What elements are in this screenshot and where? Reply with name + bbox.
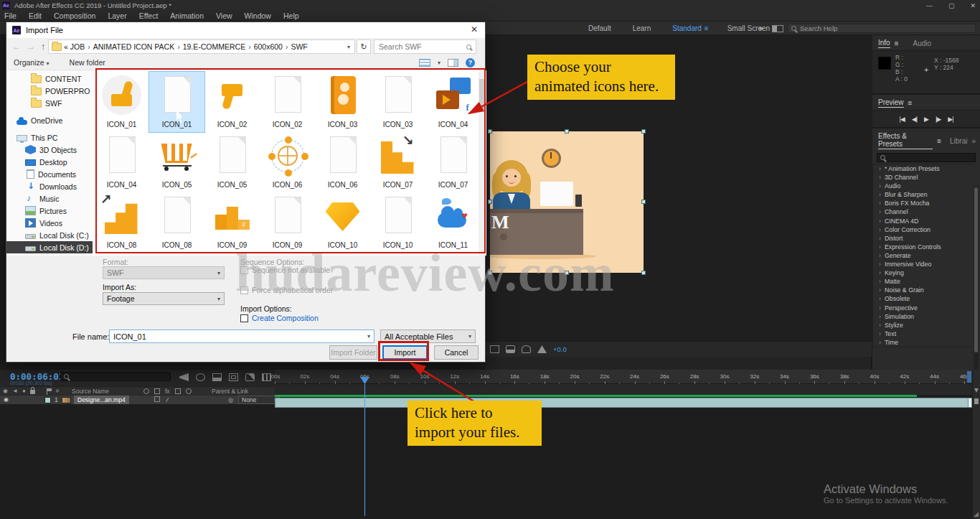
menu-item[interactable]: Composition xyxy=(54,11,95,20)
effects-category[interactable]: Blur & Sharpen xyxy=(873,190,973,199)
tab-info[interactable]: Info xyxy=(878,39,890,48)
layer-color-chip[interactable] xyxy=(44,397,51,403)
layer-duration-bar[interactable] xyxy=(275,398,972,408)
back-icon[interactable]: ← xyxy=(12,42,21,52)
region-of-interest-icon[interactable] xyxy=(490,345,499,353)
eye-icon[interactable]: ◉ xyxy=(3,388,8,395)
panel-menu-icon[interactable]: ≡ xyxy=(895,39,899,47)
tree-item[interactable]: 3D Objects xyxy=(6,144,93,156)
tree-item[interactable]: Music xyxy=(6,192,93,205)
menu-item[interactable]: Effect xyxy=(139,11,159,20)
frame-blending-icon[interactable] xyxy=(229,373,238,381)
breadcrumb[interactable]: « JOBANIMATED ICON PACK19.E-COMMERCE600x… xyxy=(48,39,355,54)
layer-switch-icon[interactable] xyxy=(154,396,160,402)
quality-icon[interactable] xyxy=(175,388,181,394)
dialog-close-icon[interactable]: ✕ xyxy=(471,24,478,34)
menu-item[interactable]: Animation xyxy=(170,11,204,20)
breadcrumb-item[interactable]: 600x600 xyxy=(254,42,291,51)
layer-name[interactable]: Designe...an.mp4 xyxy=(74,396,129,404)
breadcrumb-item[interactable]: SWF xyxy=(291,42,307,51)
panel-layout-icon[interactable] xyxy=(772,25,783,32)
import-as-select[interactable]: Footage▾ xyxy=(103,292,225,305)
workspace-tab[interactable]: Small Screen xyxy=(727,24,773,32)
audio-icon[interactable]: ◄ xyxy=(12,388,18,395)
preview-pane-icon[interactable] xyxy=(448,59,458,67)
motion-blur-icon[interactable] xyxy=(245,373,255,381)
pick-whip-icon[interactable]: ◎ xyxy=(228,396,233,403)
effects-category[interactable]: Matte xyxy=(873,277,973,286)
effects-category[interactable]: Simulation xyxy=(873,312,973,321)
effects-category[interactable]: Color Correction xyxy=(873,225,973,234)
forward-icon[interactable]: → xyxy=(27,42,35,52)
effects-category[interactable]: Immersive Video xyxy=(873,260,973,268)
effects-category[interactable]: Time xyxy=(873,338,973,347)
dialog-search-input[interactable]: Search SWF xyxy=(374,39,476,54)
source-name-column[interactable]: Source Name xyxy=(72,388,109,395)
resize-grip-icon[interactable]: ◢ xyxy=(974,510,979,518)
more-workspaces-icon[interactable]: » xyxy=(759,24,763,32)
effects-scrollbar[interactable] xyxy=(974,186,979,371)
breadcrumb-item[interactable]: 19.E-COMMERCE xyxy=(183,42,254,51)
tree-item[interactable]: Videos xyxy=(6,217,93,229)
create-composition-checkbox[interactable]: Create Composition xyxy=(240,314,319,322)
effects-category[interactable]: Noise & Grain xyxy=(873,286,973,294)
effects-category[interactable]: 3D Channel xyxy=(873,173,973,182)
effects-category[interactable]: Keying xyxy=(873,268,973,277)
next-frame-button[interactable]: |▶ xyxy=(936,116,941,123)
menu-item[interactable]: Edit xyxy=(29,11,42,20)
effects-category[interactable]: Obsolete xyxy=(873,294,973,303)
selection-handle[interactable] xyxy=(488,200,492,204)
tree-item[interactable]: Desktop xyxy=(6,156,93,168)
breadcrumb-item[interactable]: ANIMATED ICON PACK xyxy=(93,42,183,51)
menu-item[interactable]: Help xyxy=(283,11,299,20)
solo-icon[interactable]: ● xyxy=(22,388,26,395)
flowchart-icon[interactable] xyxy=(537,345,547,353)
selection-handle[interactable] xyxy=(565,129,569,134)
effects-category[interactable]: Expression Controls xyxy=(873,243,973,251)
lock-icon[interactable] xyxy=(30,390,35,394)
selection-handle[interactable] xyxy=(488,129,492,134)
organize-button[interactable]: Organize ▾ xyxy=(14,58,50,67)
workspace-menu-icon[interactable]: ≡ xyxy=(705,24,709,32)
menu-item[interactable]: File xyxy=(4,11,17,20)
timeline-search-input[interactable] xyxy=(60,372,171,381)
help-search-input[interactable]: Search Help xyxy=(788,24,976,33)
tree-item[interactable]: OneDrive xyxy=(6,114,93,126)
chevron-down-icon[interactable]: ▾ xyxy=(438,60,440,66)
draft-3d-icon[interactable] xyxy=(196,373,205,381)
file-name-input[interactable]: ICON_01▾ xyxy=(109,329,374,343)
selection-handle[interactable] xyxy=(565,271,569,275)
tree-item[interactable]: Local Disk (D:) xyxy=(6,241,93,253)
graph-editor-icon[interactable] xyxy=(212,373,222,381)
selection-handle[interactable] xyxy=(641,200,646,204)
menu-item[interactable]: View xyxy=(216,11,232,20)
cancel-button[interactable]: Cancel xyxy=(434,345,479,360)
chevron-down-icon[interactable]: ▾ xyxy=(347,44,350,50)
last-frame-button[interactable]: ▶| xyxy=(948,116,953,123)
effects-category[interactable]: Perspective xyxy=(873,304,973,312)
tree-item[interactable]: Pictures xyxy=(6,205,93,217)
help-icon[interactable]: ? xyxy=(466,58,475,67)
composition-canvas[interactable]: M xyxy=(490,131,644,273)
panel-menu-icon[interactable]: ≡ xyxy=(908,99,913,107)
workspace-tab[interactable]: Default xyxy=(588,24,614,32)
effects-search-input[interactable] xyxy=(877,153,976,162)
view-options-icon[interactable] xyxy=(419,59,430,67)
show-channel-icon[interactable] xyxy=(522,345,531,353)
snapshot-icon[interactable] xyxy=(506,345,515,353)
effects-category[interactable]: CINEMA 4D xyxy=(873,217,973,225)
menu-item[interactable]: Layer xyxy=(108,11,126,20)
selection-handle[interactable] xyxy=(641,129,646,134)
refresh-icon[interactable]: ↻ xyxy=(357,39,371,54)
effects-category[interactable]: Stylize xyxy=(873,321,973,329)
tab-effects-presets[interactable]: Effects & Presets xyxy=(878,132,933,149)
new-folder-button[interactable]: New folder xyxy=(70,58,105,67)
tab-audio[interactable]: Audio xyxy=(913,39,932,47)
collapse-icon[interactable] xyxy=(154,388,160,394)
parent-select[interactable]: None ▾ xyxy=(238,396,280,404)
breadcrumb-overflow-icon[interactable]: « xyxy=(64,42,68,51)
workspace-tab[interactable]: Standard≡ xyxy=(672,24,708,32)
breadcrumb-item[interactable]: JOB xyxy=(70,42,93,51)
tree-item[interactable]: CONTENT xyxy=(6,73,93,85)
close-button[interactable]: ✕ xyxy=(970,2,976,9)
